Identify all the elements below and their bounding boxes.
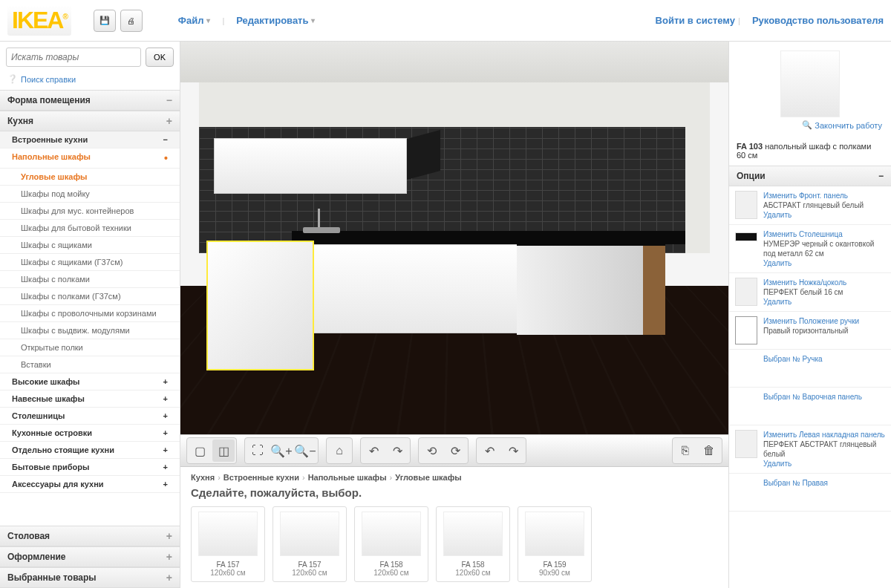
product-card[interactable]: FA 157120x60 см [272,506,347,582]
finish-link[interactable]: 🔍Закончить работу [738,120,882,130]
option-row: Выбран № Правая [729,474,891,512]
tree-sub[interactable]: Высокие шкафы+ [0,373,180,391]
section-builtin[interactable]: Встроенные кухни− [0,131,180,148]
option-change-link[interactable]: Изменить Ножка/цоколь [763,278,885,287]
options-header[interactable]: Опции− [729,166,891,186]
viewport-toolbar: ▢ ◫ ⛶ 🔍+ 🔍− ⌂ ↶ ↷ ⟲ ⟳ ↶ ↷ [180,434,728,467]
bottom-panel: Кухня›Встроенные кухни›Напольные шкафы›У… [180,467,728,588]
tree-item[interactable]: Открытые полки [0,339,180,356]
tree-sub[interactable]: Кухонные островки+ [0,425,180,442]
tree-corner-cabinets[interactable]: Угловые шкафы [0,169,180,186]
tree-standalone[interactable]: Отдельно стоящие кухни+ [0,442,180,459]
tree-floor-cabinets[interactable]: Напольные шкафы• [0,148,180,169]
guide-link[interactable]: Руководство пользователя [752,15,884,26]
sidebar: OK ❔Поиск справки Форма помещения− Кухня… [0,42,180,588]
flip-left-button[interactable]: ↶ [478,440,500,462]
search-input[interactable] [6,48,141,67]
option-row: Изменить Левая накладная панельПЕРФЕКТ А… [729,425,891,474]
product-thumb [443,512,503,556]
option-row: Изменить Ножка/цокольПЕРФЕКТ белый 16 см… [729,273,891,312]
tree-item[interactable]: Шкафы для бытовой техники [0,220,180,237]
magnifier-icon: 🔍 [802,120,812,130]
tree-accessories[interactable]: Аксессуары для кухни+ [0,476,180,493]
view-3d-button[interactable]: ◫ [212,440,235,462]
print-button[interactable]: 🖨 [120,10,143,32]
tree-item[interactable]: Шкафы с ящиками (Г37см) [0,254,180,271]
tree-sub[interactable]: Навесные шкафы+ [0,391,180,408]
main-area: ▢ ◫ ⛶ 🔍+ 🔍− ⌂ ↶ ↷ ⟲ ⟳ ↶ ↷ [180,42,729,588]
product-list: FA 157120x60 смFA 157120x60 смFA 158120x… [191,506,718,582]
option-change-link[interactable]: Выбран № Ручка [763,354,885,364]
breadcrumb: Кухня›Встроенные кухни›Напольные шкафы›У… [191,473,718,482]
product-card[interactable]: FA 158120x60 см [354,506,428,582]
option-change-link[interactable]: Выбран № Варочная панель [763,392,885,402]
menu-file[interactable]: Файл▾ [178,15,211,26]
option-swatch [735,430,757,458]
redo-button[interactable]: ↷ [386,440,408,462]
tree-item[interactable]: Вставки [0,356,180,373]
home-button[interactable]: ⌂ [328,440,350,462]
3d-viewport[interactable] [180,42,728,434]
option-change-link[interactable]: Изменить Левая накладная панель [763,430,885,440]
product-card[interactable]: FA 157120x60 см [191,506,265,582]
rightbar: 🔍Закончить работу FA 103 напольный шкаф … [729,42,891,588]
option-delete-link[interactable]: Удалить [763,459,885,468]
delete-button[interactable]: 🗑 [698,440,720,462]
tree-sub[interactable]: Столешницы+ [0,408,180,425]
option-swatch [735,478,757,506]
search-help-link[interactable]: ❔Поиск справки [0,73,180,90]
zoom-out-button[interactable]: 🔍− [294,440,316,462]
option-delete-link[interactable]: Удалить [763,297,885,307]
undo-button[interactable]: ↶ [362,440,385,462]
selected-cabinet-highlight[interactable] [206,241,314,370]
menu-edit[interactable]: Редактировать▾ [236,15,315,26]
floppy-icon: 💾 [99,16,110,25]
save-button[interactable]: 💾 [94,10,116,32]
section-dining[interactable]: Столовая+ [0,526,180,546]
selection-prompt: Сделайте, пожалуйста, выбор. [191,486,718,499]
option-row: Выбран № Варочная панель [729,388,891,425]
product-thumb [280,512,339,556]
tree-item[interactable]: Шкафы с ящиками [0,237,180,254]
product-thumb [525,512,584,556]
option-change-link[interactable]: Выбран № Правая [763,478,885,488]
option-swatch [735,392,757,420]
rotate-right-button[interactable]: ⟳ [444,440,466,462]
section-kitchen[interactable]: Кухня+ [0,111,180,131]
minus-icon: − [878,171,884,181]
tree-item[interactable]: Шкафы с выдвиж. модулями [0,322,180,339]
option-change-link[interactable]: Изменить Столешница [763,229,885,239]
minus-icon: − [163,135,168,144]
option-row: Изменить Положение ручкиПравый горизонта… [729,312,891,350]
ikea-logo: IKEA® [7,5,71,36]
option-change-link[interactable]: Изменить Фронт. панель [763,191,885,200]
product-thumb [362,512,421,556]
tree-item[interactable]: Шкафы для мус. контейнеров [0,203,180,220]
section-selected[interactable]: Выбранные товары+ [0,567,180,588]
product-card[interactable]: FA 158120x60 см [436,506,510,582]
tree-item[interactable]: Шкафы с полками [0,271,180,288]
product-card[interactable]: FA 15990x90 см [518,506,592,582]
option-delete-link[interactable]: Удалить [763,210,885,220]
zoom-in-button[interactable]: 🔍+ [270,440,293,462]
section-room-shape[interactable]: Форма помещения− [0,90,180,111]
zoom-fit-button[interactable]: ⛶ [247,440,269,462]
flip-right-button[interactable]: ↷ [502,440,524,462]
section-decor[interactable]: Оформление+ [0,546,180,567]
tree-appliances[interactable]: Бытовые приборы+ [0,459,180,476]
copy-button[interactable]: ⎘ [674,440,696,462]
view-2d-button[interactable]: ▢ [189,440,211,462]
tree-item[interactable]: Шкафы под мойку [0,186,180,203]
item-preview-image [780,50,840,117]
plus-icon: + [166,116,172,126]
rotate-left-button[interactable]: ⟲ [420,440,443,462]
option-delete-link[interactable]: Удалить [763,258,885,268]
option-change-link[interactable]: Изменить Положение ручки [763,316,885,326]
product-thumb [198,512,258,556]
tree-item[interactable]: Шкафы с проволочными корзинами [0,305,180,322]
login-link[interactable]: Войти в систему [656,15,735,26]
search-ok-button[interactable]: OK [146,48,174,67]
option-row: Выбран № Ручка [729,350,891,388]
topbar: IKEA® 💾 🖨 Файл▾ | Редактировать▾ Войти в… [0,0,891,42]
tree-item[interactable]: Шкафы с полками (Г37см) [0,288,180,305]
